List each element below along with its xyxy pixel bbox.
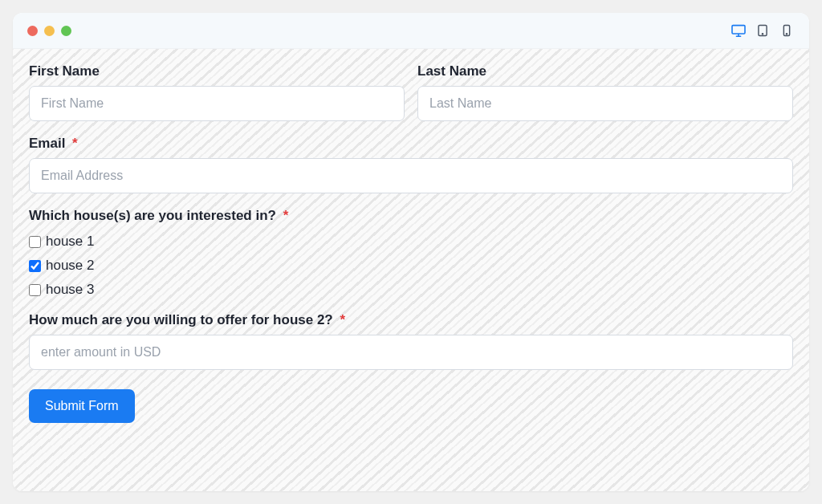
house-option: house 3 — [29, 282, 793, 298]
offer-label-text: How much are you willing to offer for ho… — [29, 312, 333, 327]
house-2-label: house 2 — [46, 258, 95, 274]
required-marker: * — [283, 208, 289, 223]
offer-label: How much are you willing to offer for ho… — [29, 312, 793, 328]
email-label: Email * — [29, 136, 793, 152]
houses-checkbox-group: house 1 house 2 house 3 — [29, 234, 793, 298]
desktop-preview-icon[interactable] — [730, 24, 747, 37]
house-1-label: house 1 — [46, 234, 95, 250]
first-name-label: First Name — [29, 63, 405, 79]
window-titlebar — [13, 13, 809, 49]
offer-input[interactable] — [29, 335, 793, 370]
last-name-label: Last Name — [417, 63, 793, 79]
house-option: house 1 — [29, 234, 793, 250]
house-1-checkbox[interactable] — [29, 236, 41, 248]
mobile-preview-icon[interactable] — [779, 24, 795, 37]
window-close-icon[interactable] — [27, 26, 38, 36]
required-marker: * — [340, 312, 345, 327]
submit-button[interactable]: Submit Form — [29, 389, 135, 423]
last-name-input[interactable] — [417, 86, 793, 121]
window-controls — [27, 26, 71, 36]
email-label-text: Email — [29, 136, 65, 151]
svg-point-4 — [762, 34, 763, 35]
house-option: house 2 — [29, 258, 793, 274]
houses-label: Which house(s) are you interested in? * — [29, 208, 793, 224]
window-zoom-icon[interactable] — [61, 26, 71, 36]
browser-preview-window: First Name Last Name Email * Which house… — [13, 13, 809, 491]
houses-label-text: Which house(s) are you interested in? — [29, 208, 276, 223]
required-marker: * — [72, 136, 78, 151]
house-3-checkbox[interactable] — [29, 284, 41, 296]
device-preview-toggles — [730, 24, 795, 37]
house-2-checkbox[interactable] — [29, 260, 41, 272]
email-input[interactable] — [29, 158, 793, 193]
first-name-input[interactable] — [29, 86, 405, 121]
svg-point-6 — [786, 34, 787, 35]
tablet-preview-icon[interactable] — [755, 24, 771, 37]
svg-rect-0 — [732, 26, 745, 34]
house-3-label: house 3 — [46, 282, 95, 298]
window-minimize-icon[interactable] — [44, 26, 55, 36]
form-container: First Name Last Name Email * Which house… — [13, 49, 809, 491]
